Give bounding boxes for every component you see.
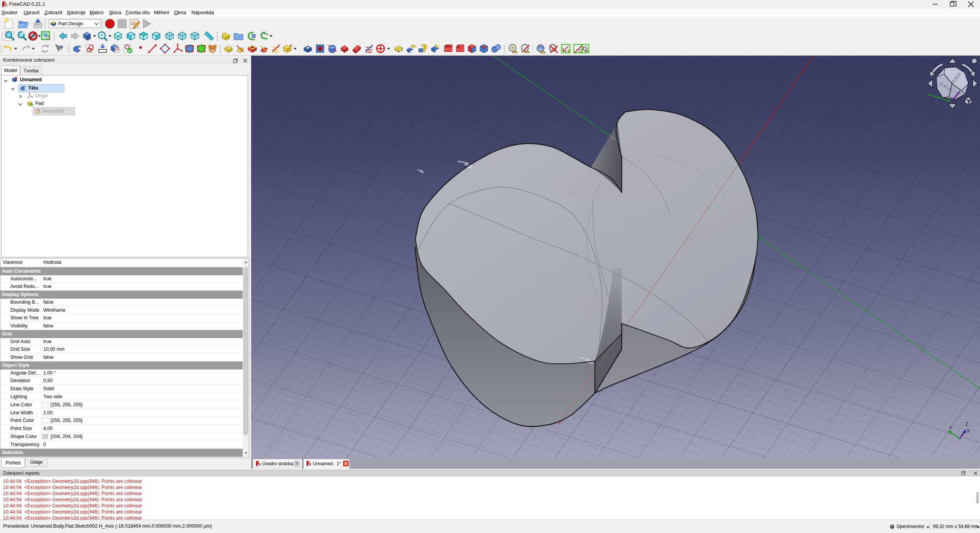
svg-text:X: X [967, 428, 970, 434]
svg-text:?: ? [59, 44, 63, 52]
svg-text:Y: Y [949, 425, 952, 431]
svg-text:Z: Z [965, 422, 968, 427]
